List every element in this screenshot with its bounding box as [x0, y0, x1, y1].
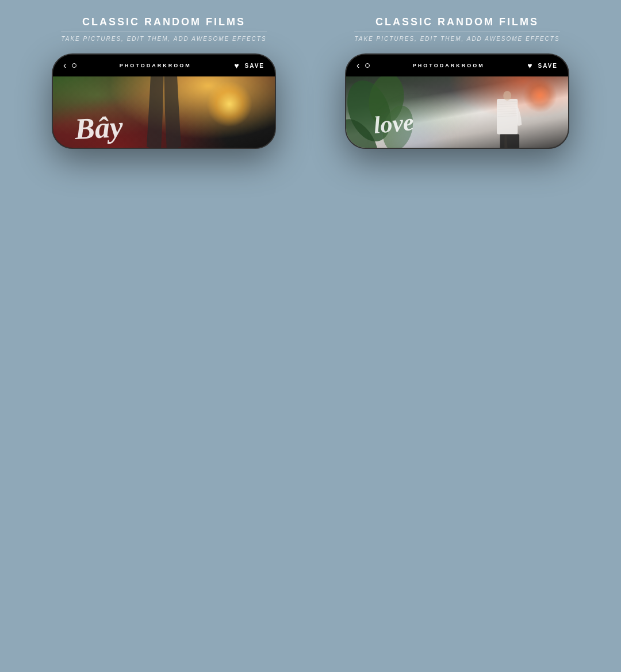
right-app-name: PHOTODARKROOM — [413, 63, 485, 68]
svg-rect-12 — [500, 135, 520, 149]
left-title-block: CLASSIC RANDOM FILMS TAKE PICTURES, EDIT… — [61, 16, 266, 42]
left-back-arrow-icon[interactable]: ‹ — [63, 60, 66, 71]
right-save-button[interactable]: SAVE — [538, 63, 558, 69]
left-subtitle: TAKE PICTURES, EDIT THEM, ADD AWESOME EF… — [61, 36, 266, 42]
svg-point-11 — [503, 91, 511, 101]
left-title: CLASSIC RANDOM FILMS — [61, 16, 266, 28]
left-app-name: PHOTODARKROOM — [120, 63, 191, 68]
right-column: CLASSIC RANDOM FILMS TAKE PICTURES, EDIT… — [325, 16, 589, 149]
right-topbar-left: ‹ — [356, 60, 370, 71]
left-phone-frame: ‹ PHOTODARKROOM ♥ SAVE — [52, 53, 276, 149]
left-topbar: ‹ PHOTODARKROOM ♥ SAVE — [53, 55, 275, 76]
right-subtitle: TAKE PICTURES, EDIT THEM, ADD AWESOME EF… — [354, 36, 559, 42]
right-title-block: CLASSIC RANDOM FILMS TAKE PICTURES, EDIT… — [354, 16, 559, 42]
right-phone-frame: ‹ PHOTODARKROOM ♥ SAVE — [345, 53, 569, 149]
left-settings-icon[interactable] — [72, 63, 76, 68]
right-title-divider — [354, 32, 559, 32]
right-topbar-right: ♥ SAVE — [527, 61, 558, 70]
left-save-button[interactable]: SAVE — [244, 63, 264, 69]
left-column: CLASSIC RANDOM FILMS TAKE PICTURES, EDIT… — [32, 16, 296, 149]
right-settings-icon[interactable] — [365, 63, 370, 68]
right-photo-area: love came down — [346, 76, 568, 149]
left-topbar-left: ‹ — [63, 60, 76, 71]
left-person-svg — [95, 76, 233, 149]
left-topbar-right: ♥ SAVE — [234, 61, 264, 70]
right-back-arrow-icon[interactable]: ‹ — [356, 60, 359, 71]
left-title-divider — [61, 32, 266, 32]
left-photo-area: Bây giờ là Ngang Mây — [53, 76, 275, 149]
left-heart-icon[interactable]: ♥ — [234, 61, 239, 70]
right-heart-icon[interactable]: ♥ — [527, 61, 532, 70]
right-title: CLASSIC RANDOM FILMS — [354, 16, 559, 28]
right-person-svg — [442, 76, 568, 149]
right-topbar: ‹ PHOTODARKROOM ♥ SAVE — [346, 55, 568, 76]
